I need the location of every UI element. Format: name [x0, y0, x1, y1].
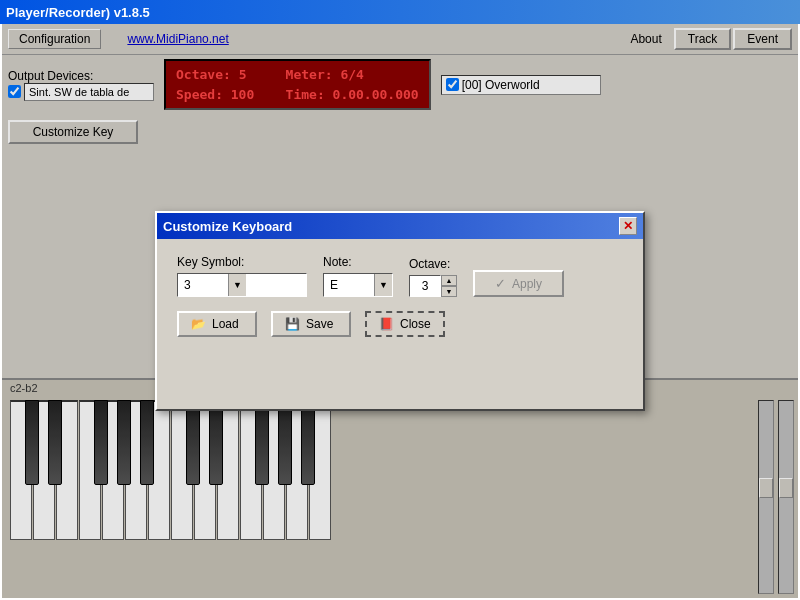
title-bar: Player/Recorder) v1.8.5 — [0, 0, 800, 24]
app-title: Player/Recorder) v1.8.5 — [6, 5, 150, 20]
octave-increment-button[interactable]: ▲ — [441, 275, 457, 286]
close-label: Close — [400, 317, 431, 331]
apply-check-icon: ✓ — [495, 276, 506, 291]
note-select[interactable]: E ▼ — [323, 273, 393, 297]
close-icon: 📕 — [379, 317, 394, 331]
octave-spinner: ▲ ▼ — [409, 275, 457, 297]
dialog-fields-row: Key Symbol: 3 ▼ Note: E ▼ — [177, 255, 623, 297]
note-dropdown-arrow[interactable]: ▼ — [374, 274, 392, 296]
save-button[interactable]: 💾 Save — [271, 311, 351, 337]
modal-overlay: Customize Keyboard ✕ Key Symbol: 3 ▼ — [2, 24, 798, 598]
octave-decrement-button[interactable]: ▼ — [441, 286, 457, 297]
octave-field-group: Octave: ▲ ▼ — [409, 257, 457, 297]
load-icon: 📂 — [191, 317, 206, 331]
dialog-content: Key Symbol: 3 ▼ Note: E ▼ — [157, 239, 643, 353]
note-field-group: Note: E ▼ — [323, 255, 393, 297]
save-label: Save — [306, 317, 333, 331]
key-symbol-dropdown-arrow[interactable]: ▼ — [228, 274, 246, 296]
octave-spinner-input[interactable] — [409, 275, 441, 297]
key-symbol-value: 3 — [178, 276, 228, 294]
note-value: E — [324, 276, 374, 294]
load-label: Load — [212, 317, 239, 331]
key-symbol-select[interactable]: 3 ▼ — [177, 273, 307, 297]
dialog-title-bar: Customize Keyboard ✕ — [157, 213, 643, 239]
octave-spinner-label: Octave: — [409, 257, 457, 271]
note-label: Note: — [323, 255, 393, 269]
dialog-action-row: 📂 Load 💾 Save 📕 Close — [177, 311, 623, 337]
main-window: Configuration www.MidiPiano.net About Tr… — [0, 24, 800, 600]
apply-button[interactable]: ✓ Apply — [473, 270, 564, 297]
dialog-title: Customize Keyboard — [163, 219, 292, 234]
apply-btn-container: ✓ Apply — [473, 270, 564, 297]
dialog-x-button[interactable]: ✕ — [619, 217, 637, 235]
key-symbol-label: Key Symbol: — [177, 255, 307, 269]
save-icon: 💾 — [285, 317, 300, 331]
close-button[interactable]: 📕 Close — [365, 311, 445, 337]
spinner-buttons: ▲ ▼ — [441, 275, 457, 297]
customize-keyboard-dialog: Customize Keyboard ✕ Key Symbol: 3 ▼ — [155, 211, 645, 411]
key-symbol-field-group: Key Symbol: 3 ▼ — [177, 255, 307, 297]
load-button[interactable]: 📂 Load — [177, 311, 257, 337]
apply-label: Apply — [512, 277, 542, 291]
